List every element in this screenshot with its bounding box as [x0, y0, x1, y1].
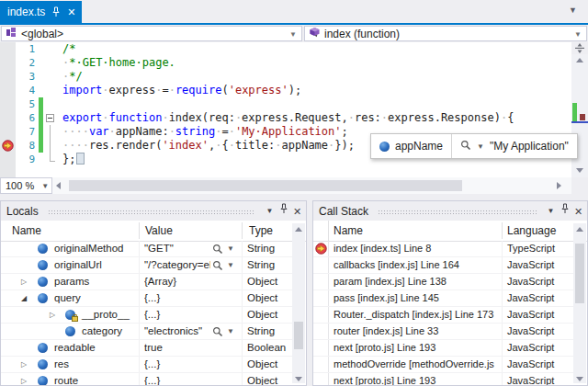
pin-icon[interactable] [558, 202, 571, 221]
column-header-name[interactable]: Name [334, 224, 363, 237]
tab-index-ts[interactable]: index.ts ✕ [0, 1, 82, 23]
expand-triangle-icon[interactable]: ▷ [21, 357, 27, 372]
outline-margin[interactable] [43, 56, 58, 70]
outline-margin[interactable] [43, 139, 58, 153]
callstack-row[interactable]: next [proto.js] Line 193JavaScript [313, 373, 573, 385]
code-text[interactable] [58, 97, 62, 111]
breakpoint-cell[interactable] [0, 56, 16, 70]
breakpoint-cell[interactable] [0, 70, 16, 84]
breakpoint-cell[interactable] [0, 84, 16, 97]
callstack-row[interactable]: callbacks [index.js] Line 164JavaScript [313, 257, 573, 274]
outline-margin[interactable] [43, 97, 58, 111]
locals-row[interactable]: ◢query{...}Object [1, 290, 292, 307]
frame-language: JavaScript [507, 274, 554, 290]
locals-row[interactable]: ▷__proto__{...}Object [1, 307, 292, 324]
column-header-type[interactable]: Type [249, 224, 273, 237]
scroll-down-arrow[interactable] [571, 165, 588, 176]
code-text[interactable]: export·function·index(req:·express.Reque… [58, 111, 514, 125]
breakpoint-cell[interactable] [0, 42, 16, 56]
close-icon[interactable]: ✕ [67, 7, 75, 17]
scroll-up-arrow[interactable] [292, 223, 305, 234]
expand-triangle-icon[interactable]: ▷ [21, 373, 27, 385]
expand-triangle-icon[interactable]: ▷ [50, 307, 55, 323]
chevron-down-icon[interactable]: ▼ [227, 257, 234, 273]
locals-row[interactable]: readabletrueBoolean [1, 340, 292, 357]
callstack-row[interactable]: Router._dispatch [index.js] Line 173Java… [313, 307, 573, 324]
scroll-right-arrow[interactable] [557, 182, 561, 189]
scroll-left-arrow[interactable] [56, 182, 61, 189]
callstack-row[interactable]: index [index.ts] Line 8TypeScript [313, 241, 573, 257]
close-icon[interactable]: ✕ [290, 202, 304, 221]
scroll-down-arrow[interactable] [292, 377, 305, 381]
scroll-up-arrow[interactable] [573, 223, 586, 234]
code-line: 2·*·GET·home·page. [0, 56, 571, 70]
breakpoint-cell[interactable] [0, 111, 16, 125]
column-header-language[interactable]: Language [507, 224, 556, 237]
magnifier-icon[interactable] [460, 140, 471, 153]
editor-horizontal-scrollbar[interactable]: 100 % ▼ [0, 177, 571, 194]
locals-grid-header[interactable]: Name Value Type [1, 221, 306, 242]
locals-scrollbar[interactable] [292, 223, 305, 383]
window-position-chevron-icon[interactable]: ▼ [544, 202, 558, 221]
callstack-scrollbar[interactable] [573, 223, 586, 383]
callstack-row[interactable]: router [index.js] Line 33JavaScript [313, 324, 573, 340]
column-divider[interactable] [502, 222, 503, 239]
callstack-row[interactable]: next [proto.js] Line 193JavaScript [313, 340, 573, 357]
breakpoint-cell[interactable] [0, 125, 16, 139]
locals-row[interactable]: category"electronics"▼String [1, 324, 292, 340]
scroll-thumb[interactable] [575, 244, 584, 303]
breakpoint-cell[interactable] [0, 139, 16, 153]
outline-margin[interactable] [43, 84, 58, 97]
code-text[interactable]: ····var·appName:·string·=·'My·Applicatio… [58, 125, 348, 139]
pin-icon[interactable] [277, 202, 290, 221]
callstack-row[interactable]: methodOverride [methodOverride.jsJavaScr… [313, 357, 573, 373]
column-header-value[interactable]: Value [145, 224, 173, 237]
locals-row[interactable]: originalMethod"GET"▼String [1, 241, 292, 257]
scope-dropdown[interactable]: <global> ▼ [1, 26, 302, 41]
code-text[interactable]: import·express·=·require('express'); [58, 84, 301, 97]
callstack-row[interactable]: pass [index.js] Line 145JavaScript [313, 290, 573, 307]
collapse-triangle-icon[interactable]: ◢ [21, 290, 27, 306]
breakpoint-cell[interactable] [0, 97, 16, 111]
code-text[interactable]: /* [58, 42, 75, 56]
outline-margin[interactable] [43, 42, 58, 56]
outline-margin[interactable] [43, 111, 58, 125]
callstack-grid-header[interactable]: Name Language [313, 221, 587, 242]
tab-overflow-chevron-down-icon[interactable]: ▼ [569, 6, 577, 15]
chevron-down-icon[interactable]: ▼ [477, 142, 484, 151]
scroll-up-arrow[interactable] [571, 54, 588, 65]
column-divider[interactable] [242, 222, 243, 239]
column-divider[interactable] [139, 222, 140, 239]
horizontal-scroll-thumb[interactable] [69, 180, 462, 191]
callstack-title-bar[interactable]: Call Stack ▼ ✕ [313, 201, 587, 221]
column-header-name[interactable]: Name [12, 224, 41, 237]
scroll-down-arrow[interactable] [573, 377, 586, 381]
editor-zoom-control[interactable]: 100 % ▼ [0, 177, 52, 194]
outline-margin[interactable] [43, 125, 58, 139]
code-text[interactable]: ·*·GET·home·page. [58, 56, 175, 70]
expand-triangle-icon[interactable]: ▷ [21, 274, 27, 290]
breakpoint-cell[interactable] [0, 153, 16, 166]
code-text[interactable]: }; [58, 153, 85, 166]
close-icon[interactable]: ✕ [571, 202, 585, 221]
code-text[interactable]: ·*/ [58, 70, 83, 84]
scroll-thumb[interactable] [294, 322, 303, 349]
chevron-down-icon[interactable]: ▼ [227, 324, 234, 339]
code-segment: ; [342, 125, 348, 138]
callstack-row[interactable]: param [index.js] Line 138JavaScript [313, 274, 573, 290]
locals-row[interactable]: originalUrl"/?category=electronics"▼Stri… [1, 257, 292, 274]
member-dropdown[interactable]: index (function) ▼ [304, 26, 587, 41]
outline-collapse-box[interactable] [46, 114, 54, 122]
locals-row[interactable]: ▷route{...}Object [1, 373, 292, 385]
locals-title-bar[interactable]: Locals ▼ ✕ [1, 201, 306, 221]
outline-margin[interactable] [43, 153, 58, 166]
splitter-grip-icon[interactable] [571, 42, 588, 54]
code-text[interactable]: ····res.render('index',·{·title:·appName… [58, 139, 355, 153]
outline-margin[interactable] [43, 70, 58, 84]
chevron-down-icon[interactable]: ▼ [227, 241, 234, 256]
window-position-chevron-icon[interactable]: ▼ [263, 202, 277, 221]
pin-icon[interactable] [51, 6, 61, 17]
vs-debug-window: index.ts ✕ ▼ <global> ▼ index (function)… [0, 0, 588, 386]
locals-row[interactable]: ▷res{...}Object [1, 357, 292, 373]
locals-row[interactable]: ▷params{Array}Object [1, 274, 292, 290]
